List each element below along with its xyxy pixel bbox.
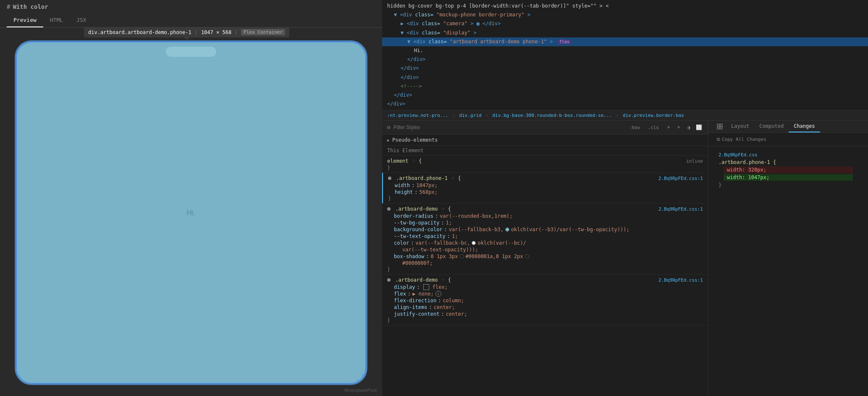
tree-line[interactable]: ▼ <div class= "mockup-phone border-prima…: [382, 11, 868, 19]
css-rule-artboard-phone1: .artboard.phone-1 ⁘ { 2.Bq9RpFEd.css:1 w…: [382, 173, 708, 203]
tree-line[interactable]: </div>: [382, 73, 868, 82]
watermark: MoongladePure: [344, 388, 377, 393]
css-file-link[interactable]: 2.Bq9RpFEd.css:1: [658, 176, 703, 181]
css-property: flex : ▶ none; i: [382, 290, 708, 297]
css-property: align-items : center;: [382, 304, 708, 311]
change-added: width: 1047px;: [713, 174, 863, 181]
tooltip-dimensions: 1047 × 568: [201, 29, 231, 35]
color-swatch[interactable]: [460, 254, 464, 259]
tree-line[interactable]: ▼ <div class= "display" >: [382, 29, 868, 37]
tab-computed[interactable]: Computed: [754, 121, 789, 132]
html-tree: hidden bg-cover bg-top p-4 [border-width…: [382, 0, 868, 111]
collapse-icon: ▶: [387, 138, 390, 143]
css-property: color : var(--fallback-bc, oklch(var(--b…: [382, 240, 708, 246]
tooltip-selector: div.artboard.artboard-demo.phone-1: [88, 29, 191, 35]
color-swatch[interactable]: [505, 227, 509, 232]
hov-button[interactable]: :hov: [627, 124, 642, 131]
this-element-header: This Element: [382, 146, 708, 156]
css-selector: .artboard.phone-1 ⁘ {: [388, 175, 461, 181]
css-property: flex-direction : column;: [382, 297, 708, 304]
tree-line[interactable]: </div>: [382, 100, 868, 108]
filter-bar: ⊟ :hov .cls + ☀ ◑ ⬜: [382, 121, 708, 135]
tree-line[interactable]: </div>: [382, 91, 868, 100]
breadcrumb: ‹nt-preview.not-pro... › div.grid › div.…: [382, 111, 868, 121]
css-source: inline: [686, 158, 703, 164]
css-property: --tw-text-opacity : 1;: [382, 233, 708, 240]
resize-handle[interactable]: [356, 374, 363, 380]
css-property: --tw-bg-opacity : 1;: [382, 219, 708, 226]
tooltip-flex-badge: Flex Container: [241, 29, 285, 35]
filter-input[interactable]: [393, 124, 624, 130]
tree-line: hidden bg-cover bg-top p-4 [border-width…: [382, 2, 868, 11]
changes-header: ⧉ Copy All Changes: [708, 133, 868, 146]
css-property: width : 1047px;: [383, 182, 708, 189]
css-property: #0000000f;: [382, 260, 708, 267]
tree-line: Hi.: [382, 46, 868, 55]
css-selector: .artboard-demo ⁘ {: [387, 206, 451, 212]
css-property: box-shadow : 0 1px 3px #0000001a,0 1px 2…: [382, 253, 708, 260]
css-rule-artboard-demo-1: .artboard-demo ⁘ { 2.Bq9RpFEd.css:1 bord…: [382, 203, 708, 275]
left-panel: With color Preview HTML JSX div.artboard…: [0, 0, 382, 396]
tab-changes[interactable]: Changes: [789, 121, 820, 132]
left-panel-header: With color: [0, 0, 382, 13]
phone-mockup: Hi.: [15, 40, 367, 385]
info-icon[interactable]: i: [435, 291, 441, 297]
dark-mode-button[interactable]: ◑: [684, 123, 693, 132]
change-removed: width: 320px;: [713, 166, 863, 174]
styles-right: Layout Computed Changes ⧉ Copy All Chang…: [708, 121, 868, 396]
css-rule-element: element ⁘ { inline }: [382, 156, 708, 173]
tab-bar: Preview HTML JSX: [0, 13, 382, 28]
display-icon: [423, 284, 429, 290]
tree-line[interactable]: </div>: [382, 55, 868, 64]
css-property: height : 568px;: [383, 189, 708, 195]
svg-rect-3: [720, 127, 722, 129]
css-property: border-radius : var(--rounded-box,1rem);: [382, 213, 708, 219]
panel-icon-button[interactable]: [713, 121, 726, 132]
tab-preview[interactable]: Preview: [7, 13, 43, 27]
changes-selector: .artboard.phone-1 {: [713, 158, 863, 166]
section-title: With color: [7, 3, 48, 10]
copy-icon: ⧉: [717, 137, 720, 142]
tree-line-selected[interactable]: ▼ <div class= "artboard artboard-demo ph…: [382, 37, 868, 46]
svg-rect-0: [717, 124, 719, 126]
color-swatch[interactable]: [525, 254, 529, 259]
css-property: justify-content : center;: [382, 311, 708, 317]
styles-panel: ⊟ :hov .cls + ☀ ◑ ⬜ ▶ Pseudo-elements Th…: [382, 121, 868, 396]
color-swatch[interactable]: [472, 241, 476, 245]
phone-notch: [166, 47, 216, 57]
svg-rect-2: [717, 127, 719, 129]
tab-layout[interactable]: Layout: [726, 121, 754, 132]
changes-file[interactable]: 2.Bq9RpFEd.css: [713, 150, 863, 158]
filter-icon: ⊟: [387, 124, 390, 130]
pseudo-elements-section[interactable]: ▶ Pseudo-elements: [382, 135, 708, 146]
tree-line: <!---->: [382, 82, 868, 91]
right-panel: hidden bg-cover bg-top p-4 [border-width…: [382, 0, 868, 396]
css-selector: element ⁘ {: [387, 158, 422, 164]
tab-html[interactable]: HTML: [43, 13, 70, 27]
css-file-link[interactable]: 2.Bq9RpFEd.css:1: [658, 206, 703, 212]
css-property: var(--tw-text-opacity)));: [382, 246, 708, 253]
light-mode-button[interactable]: ☀: [674, 123, 683, 132]
changes-panel: 2.Bq9RpFEd.css .artboard.phone-1 { width…: [708, 146, 868, 192]
copy-all-label: Copy All Changes: [722, 137, 766, 142]
force-state-button[interactable]: ⬜: [695, 123, 703, 132]
element-tooltip: div.artboard.artboard-demo.phone-1 | 104…: [84, 27, 289, 37]
cls-button[interactable]: .cls: [646, 124, 661, 131]
tree-line[interactable]: ▶ <div class= "camera" > ▣ </div>: [382, 19, 868, 28]
styles-left: ⊟ :hov .cls + ☀ ◑ ⬜ ▶ Pseudo-elements Th…: [382, 121, 708, 396]
add-rule-button[interactable]: +: [664, 123, 673, 132]
tree-line[interactable]: </div>: [382, 64, 868, 73]
right-tabs: Layout Computed Changes: [708, 121, 868, 133]
tab-jsx[interactable]: JSX: [70, 13, 93, 27]
copy-all-button[interactable]: ⧉ Copy All Changes: [713, 135, 770, 143]
added-line: width: 1047px;: [724, 174, 853, 181]
css-rule-artboard-demo-2: .artboard-demo ⁘ { 2.Bq9RpFEd.css:1 disp…: [382, 275, 708, 325]
removed-line: width: 320px;: [724, 166, 853, 173]
tooltip-arrow: [184, 37, 189, 40]
phone-content: Hi.: [186, 209, 196, 217]
css-property: display : flex;: [382, 284, 708, 290]
css-file-link[interactable]: 2.Bq9RpFEd.css:1: [658, 277, 703, 283]
phone-preview-area: Hi.: [0, 28, 382, 393]
changes-close-brace: }: [713, 181, 863, 189]
css-property: background-color : var(--fallback-b3, ok…: [382, 226, 708, 233]
